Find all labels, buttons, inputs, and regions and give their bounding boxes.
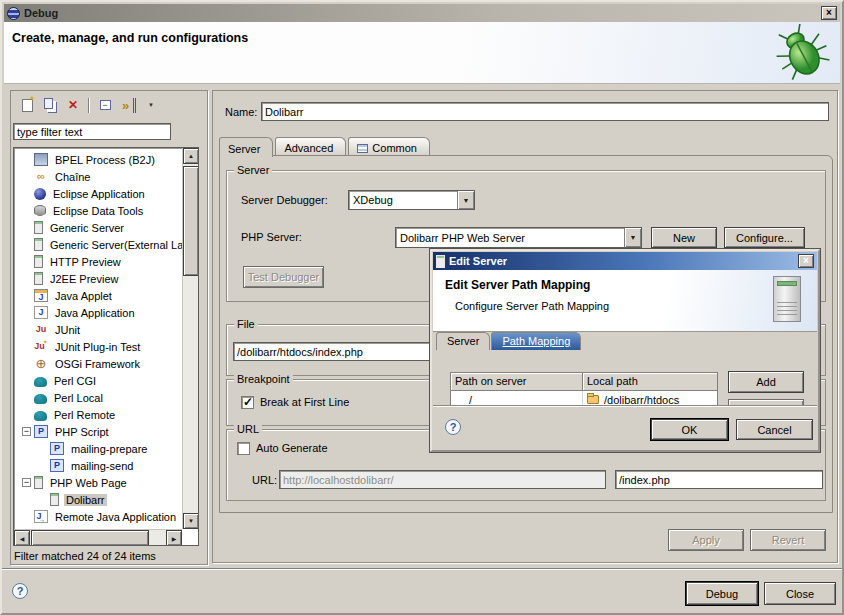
tree-item[interactable]: Generic Server(External La [14, 236, 182, 253]
column-local-path[interactable]: Local path [583, 373, 717, 391]
tree-item-label: Chaîne [53, 171, 92, 183]
php-web-page-icon [34, 476, 43, 489]
column-path-on-server[interactable]: Path on server [451, 373, 583, 391]
configurations-panel: BPEL Process (B2J) Chaîne Eclipse Applic… [10, 90, 208, 565]
debug-window: Debug × Create, manage, and run configur… [0, 0, 844, 615]
tree-item[interactable]: Eclipse Application [14, 185, 182, 202]
filter-launch-configurations-icon[interactable] [120, 98, 136, 113]
tree-item[interactable]: Java Applet [14, 287, 182, 304]
duplicate-configuration-icon[interactable] [42, 98, 58, 113]
help-icon[interactable] [12, 583, 28, 599]
tree-item[interactable]: Java Application [14, 304, 182, 321]
dialog-title-bar[interactable]: Edit Server × [433, 252, 817, 270]
horizontal-scrollbar[interactable]: ◀ ▶ [14, 529, 182, 545]
tree-item[interactable]: HTTP Preview [14, 253, 182, 270]
ok-button[interactable]: OK [651, 419, 728, 440]
tree-item[interactable]: Remote Java Application [14, 508, 182, 525]
tree-item[interactable]: OSGi Framework [14, 355, 182, 372]
add-button[interactable]: Add [728, 371, 804, 393]
debug-button[interactable]: Debug [686, 582, 758, 605]
collapse-all-icon[interactable] [97, 98, 113, 113]
tree-item[interactable]: mailing-prepare [14, 440, 182, 457]
vertical-scrollbar[interactable]: ▲ ▼ [182, 148, 198, 529]
apply-button: Apply [668, 529, 744, 551]
tree-item[interactable]: Generic Server [14, 219, 182, 236]
scroll-down-icon[interactable]: ▼ [183, 513, 199, 529]
auto-generate-checkbox[interactable]: Auto Generate [237, 442, 328, 455]
config-tabs: Server Advanced Common [219, 137, 432, 156]
php-script-icon [34, 425, 48, 438]
tree-item[interactable]: J2EE Preview [14, 270, 182, 287]
configurations-toolbar [11, 91, 207, 119]
tree-item-label: Generic Server(External La [48, 239, 182, 251]
tree-item-label: Java Application [53, 307, 137, 319]
url-path-input[interactable] [615, 470, 823, 489]
tree-item-label: Perl Remote [52, 409, 117, 421]
tree-item[interactable]: Perl Remote [14, 406, 182, 423]
cancel-button[interactable]: Cancel [736, 419, 813, 440]
tree-item-label: J2EE Preview [48, 273, 120, 285]
tab-advanced[interactable]: Advanced [275, 137, 346, 156]
php-server-combo[interactable]: Dolibarr PHP Web Server [395, 227, 642, 248]
title-bar[interactable]: Debug × [4, 4, 840, 22]
help-icon[interactable] [445, 419, 461, 435]
server-icon [34, 255, 43, 268]
url-label: URL: [252, 474, 277, 486]
remote-java-icon [34, 510, 48, 523]
java-application-icon [34, 306, 48, 319]
tree-item-selected[interactable]: Dolibarr [14, 491, 182, 508]
server-tower-icon [773, 276, 801, 322]
vertical-scroll-thumb[interactable] [183, 166, 199, 276]
tree-item[interactable]: Perl Local [14, 389, 182, 406]
type-filter-input[interactable] [13, 123, 171, 140]
toolbar-dropdown-arrow-icon[interactable] [143, 98, 159, 113]
tree-item[interactable]: mailing-send [14, 457, 182, 474]
url-group-title: URL [234, 423, 262, 435]
dialog-tabs: Server Path Mapping [436, 332, 582, 350]
tree-item[interactable]: Eclipse Data Tools [14, 202, 182, 219]
tree-item[interactable]: PHP Script [14, 423, 182, 440]
configure-button[interactable]: Configure... [724, 227, 805, 248]
tree-item[interactable]: JUnit [14, 321, 182, 338]
tab-server-settings[interactable]: Server [436, 332, 490, 350]
tree-item-label: JUnit [53, 324, 82, 336]
tree-item-label: PHP Script [53, 426, 111, 438]
close-window-button[interactable]: × [821, 6, 837, 20]
tree-item[interactable]: PHP Web Page [14, 474, 182, 491]
server-debugger-combo[interactable]: XDebug [348, 190, 475, 210]
checkbox-checked-icon[interactable] [241, 396, 254, 409]
debug-bug-icon [772, 24, 832, 84]
tab-common[interactable]: Common [348, 137, 430, 156]
scroll-up-icon[interactable]: ▲ [183, 148, 199, 164]
checkbox-unchecked-icon[interactable] [237, 442, 250, 455]
chevron-down-icon[interactable] [457, 191, 474, 209]
tree-item[interactable]: Perl CGI [14, 372, 182, 389]
server-icon [436, 255, 445, 268]
php-script-icon [50, 459, 64, 472]
dialog-close-button[interactable]: × [798, 254, 814, 268]
dialog-subheading: Configure Server Path Mapping [455, 300, 609, 312]
new-server-button[interactable]: New [651, 227, 717, 248]
edit-server-dialog: Edit Server × Edit Server Path Mapping C… [430, 249, 820, 452]
tree-item-label: Generic Server [48, 222, 126, 234]
tab-path-mapping[interactable]: Path Mapping [491, 332, 581, 350]
collapse-expander-icon[interactable] [22, 427, 31, 436]
horizontal-scroll-thumb[interactable] [31, 530, 149, 546]
break-first-line-checkbox[interactable]: Break at First Line [241, 396, 349, 409]
tree-item[interactable]: Chaîne [14, 168, 182, 185]
filter-status: Filter matched 24 of 24 items [14, 550, 156, 562]
close-button[interactable]: Close [764, 582, 836, 605]
collapse-expander-icon[interactable] [22, 478, 31, 487]
chevron-down-icon[interactable] [624, 228, 641, 247]
name-input[interactable] [261, 102, 829, 121]
dialog-title: Edit Server [449, 255, 507, 267]
tab-server[interactable]: Server [219, 137, 273, 157]
delete-configuration-icon[interactable] [65, 98, 81, 113]
tree-item[interactable]: JUnit Plug-in Test [14, 338, 182, 355]
scroll-left-icon[interactable]: ◀ [14, 530, 30, 546]
tree-item[interactable]: BPEL Process (B2J) [14, 151, 182, 168]
new-launch-configuration-icon[interactable] [19, 98, 35, 113]
tree-item-label: Java Applet [53, 290, 114, 302]
scroll-right-icon[interactable]: ▶ [166, 530, 182, 546]
dialog-header: Edit Server Path Mapping Configure Serve… [433, 270, 817, 332]
